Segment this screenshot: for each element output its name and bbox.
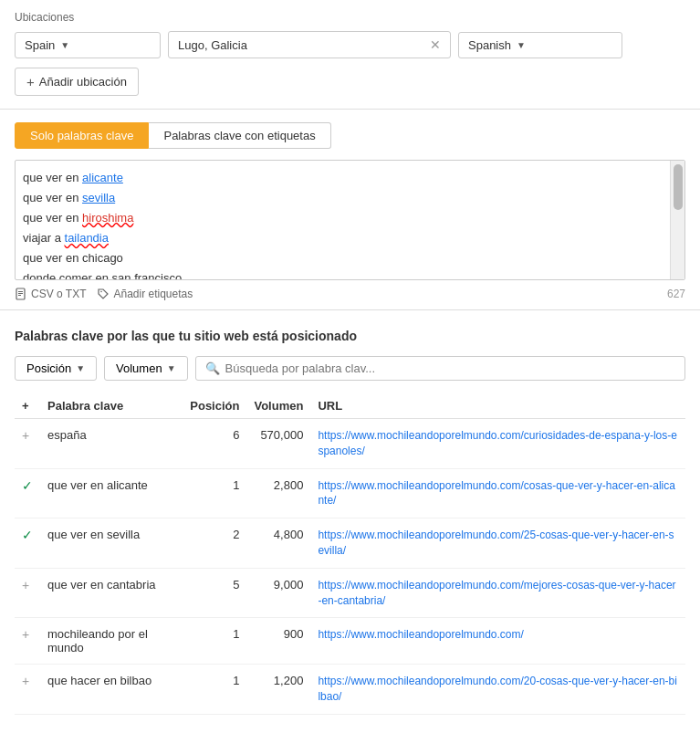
keywords-list[interactable]: que ver en alicante que ver en sevilla q…	[16, 161, 684, 279]
keywords-table: + Palabra clave Posición Volumen URL +es…	[15, 393, 685, 715]
table-row: ✓que ver en sevilla24,800https://www.moc…	[15, 518, 685, 569]
language-dropdown[interactable]: Spanish ▼	[458, 32, 622, 58]
row-volume: 2,800	[246, 468, 310, 518]
row-icon-cell[interactable]: +	[15, 568, 40, 618]
th-url: URL	[310, 393, 685, 419]
row-keyword: que ver en cantabria	[40, 568, 183, 618]
row-volume: 9,000	[246, 568, 310, 618]
row-position: 1	[183, 468, 246, 518]
row-position: 1	[183, 618, 246, 665]
th-volume: Volumen	[246, 393, 310, 419]
row-keyword: españa	[40, 419, 183, 469]
search-icon: 🔍	[205, 361, 220, 375]
row-url[interactable]: https://www.mochileandoporelmundo.com/25…	[310, 518, 685, 569]
ubicaciones-label: Ubicaciones	[15, 11, 685, 24]
th-keyword: Palabra clave	[40, 393, 183, 419]
url-link[interactable]: https://www.mochileandoporelmundo.com/	[318, 628, 523, 641]
add-location-label: Añadir ubicación	[39, 75, 127, 89]
city-input[interactable]: Lugo, Galicia ✕	[168, 31, 451, 58]
keyword-search-box[interactable]: 🔍	[195, 356, 685, 381]
city-value: Lugo, Galicia	[178, 38, 247, 52]
row-position: 6	[183, 419, 246, 469]
document-icon	[15, 288, 27, 300]
keywords-tabs: Solo palabras clave Palabras clave con e…	[15, 122, 685, 149]
volume-filter-button[interactable]: Volumen ▼	[104, 356, 188, 381]
add-tags-label: Añadir etiquetas	[113, 288, 193, 300]
row-position: 5	[183, 568, 246, 618]
row-url[interactable]: https://www.mochileandoporelmundo.com/cu…	[310, 419, 685, 469]
svg-point-4	[101, 291, 103, 293]
position-filter-label: Posición	[26, 361, 71, 375]
row-volume: 900	[246, 618, 310, 665]
row-position: 1	[183, 665, 246, 715]
row-position: 2	[183, 518, 246, 569]
row-icon-cell[interactable]: +	[15, 618, 40, 665]
position-filter-button[interactable]: Posición ▼	[15, 356, 97, 381]
list-item: donde comer en san francisco	[23, 268, 666, 279]
ubicaciones-row: Spain ▼ Lugo, Galicia ✕ Spanish ▼	[15, 31, 685, 58]
keyword-search-input[interactable]	[225, 361, 675, 375]
row-keyword: que hacer en bilbao	[40, 665, 183, 715]
plus-icon: +	[22, 578, 29, 592]
url-link[interactable]: https://www.mochileandoporelmundo.com/me…	[318, 579, 675, 607]
table-row: +españa6570,000https://www.mochileandopo…	[15, 419, 685, 469]
table-row: +que ver en cantabria59,000https://www.m…	[15, 568, 685, 618]
list-item: viajar a tailandia	[23, 228, 666, 248]
plus-icon: +	[22, 428, 29, 443]
url-link[interactable]: https://www.mochileandoporelmundo.com/20…	[318, 675, 677, 703]
row-url[interactable]: https://www.mochileandoporelmundo.com/20…	[310, 665, 685, 715]
keywords-section: Solo palabras clave Palabras clave con e…	[0, 110, 700, 310]
th-position: Posición	[183, 393, 246, 419]
scrollbar[interactable]	[670, 161, 684, 279]
table-row: +que hacer en bilbao11,200https://www.mo…	[15, 665, 685, 715]
city-clear-icon[interactable]: ✕	[430, 37, 441, 52]
check-icon: ✓	[22, 478, 33, 493]
position-filter-arrow-icon: ▼	[76, 363, 85, 373]
check-icon: ✓	[22, 528, 33, 542]
list-item: que ver en hiroshima	[23, 208, 666, 228]
tag-icon	[97, 288, 110, 300]
csv-txt-link[interactable]: CSV o TXT	[15, 288, 86, 300]
filters-row: Posición ▼ Volumen ▼ 🔍	[15, 356, 685, 381]
country-dropdown[interactable]: Spain ▼	[15, 32, 161, 58]
row-volume: 1,200	[246, 665, 310, 715]
keywords-count: 627	[667, 288, 685, 300]
keywords-textarea-wrapper: que ver en alicante que ver en sevilla q…	[15, 160, 685, 280]
row-keyword: mochileando por el mundo	[40, 618, 183, 665]
language-value: Spanish	[468, 38, 511, 52]
add-location-button[interactable]: + Añadir ubicación	[15, 68, 139, 96]
url-link[interactable]: https://www.mochileandoporelmundo.com/cu…	[318, 429, 677, 457]
csv-txt-label: CSV o TXT	[31, 288, 86, 300]
table-row: ✓que ver en alicante12,800https://www.mo…	[15, 468, 685, 518]
country-value: Spain	[25, 38, 55, 52]
row-url[interactable]: https://www.mochileandoporelmundo.com/	[310, 618, 685, 665]
tab-solo-palabras-clave[interactable]: Solo palabras clave	[15, 122, 149, 149]
positioned-section: Palabras clave por las que tu sitio web …	[0, 310, 700, 729]
keywords-footer: CSV o TXT Añadir etiquetas 627	[15, 288, 685, 300]
row-keyword: que ver en sevilla	[40, 518, 183, 569]
row-url[interactable]: https://www.mochileandoporelmundo.com/co…	[310, 468, 685, 518]
plus-icon: +	[22, 627, 29, 642]
list-item: que ver en alicante	[23, 168, 666, 188]
language-arrow-icon: ▼	[517, 40, 526, 50]
tab-palabras-clave-etiquetas[interactable]: Palabras clave con etiquetas	[149, 122, 330, 149]
add-location-plus-icon: +	[26, 74, 35, 89]
url-link[interactable]: https://www.mochileandoporelmundo.com/25…	[318, 529, 674, 557]
row-keyword: que ver en alicante	[40, 468, 183, 518]
row-icon-cell[interactable]: ✓	[15, 468, 40, 518]
row-icon-cell[interactable]: +	[15, 419, 40, 469]
row-volume: 570,000	[246, 419, 310, 469]
add-tags-link[interactable]: Añadir etiquetas	[97, 288, 193, 300]
row-volume: 4,800	[246, 518, 310, 569]
volume-filter-label: Volumen	[116, 361, 162, 375]
row-icon-cell[interactable]: +	[15, 665, 40, 715]
positioned-title: Palabras clave por las que tu sitio web …	[15, 329, 685, 343]
list-item: que ver en sevilla	[23, 188, 666, 208]
country-arrow-icon: ▼	[60, 40, 69, 50]
scrollbar-thumb	[674, 164, 683, 210]
url-link[interactable]: https://www.mochileandoporelmundo.com/co…	[318, 479, 675, 508]
row-icon-cell[interactable]: ✓	[15, 518, 40, 569]
volume-filter-arrow-icon: ▼	[167, 363, 176, 373]
row-url[interactable]: https://www.mochileandoporelmundo.com/me…	[310, 568, 685, 618]
ubicaciones-section: Ubicaciones Spain ▼ Lugo, Galicia ✕ Span…	[0, 0, 700, 110]
